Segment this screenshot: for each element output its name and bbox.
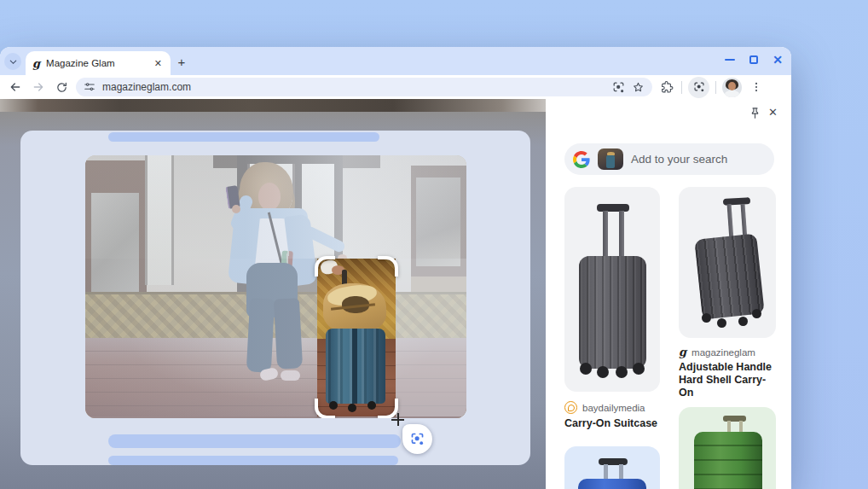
result-title-link[interactable]: Adjustable Handle Hard Shell Carry-On (679, 361, 776, 399)
lens-search-bar[interactable]: Add to your search (564, 143, 774, 175)
result-source-label: baydailymedia (582, 403, 645, 413)
chevron-down-icon (9, 57, 18, 67)
tab-favicon-icon: g (32, 58, 40, 69)
result-source-label: magazineglam (692, 347, 755, 358)
toolbar-divider (715, 81, 716, 94)
close-window-button[interactable]: ✕ (773, 54, 783, 66)
page-header-dimmed (0, 99, 546, 112)
bookmark-star-icon[interactable] (632, 81, 645, 94)
placeholder-bar (108, 434, 401, 448)
lens-omnibox-icon[interactable] (612, 81, 625, 94)
lens-icon (410, 432, 425, 446)
close-panel-icon[interactable]: ✕ (768, 107, 778, 118)
selection-corner-handle[interactable] (315, 256, 335, 277)
crosshair-cursor (391, 413, 404, 426)
woman-face (258, 183, 281, 210)
result-image-dark-suitcase[interactable] (564, 187, 660, 392)
result-title-link[interactable]: Carry-On Suitcase (564, 417, 660, 430)
pin-panel-icon[interactable] (749, 107, 761, 119)
woman-shoe (281, 370, 300, 381)
selected-region-thumbnail (598, 148, 623, 170)
lens-session-button[interactable] (688, 77, 709, 98)
search-placeholder: Add to your search (631, 153, 727, 166)
reload-button[interactable] (53, 79, 70, 96)
article-photo[interactable] (85, 155, 466, 418)
result-source[interactable]: baydailymedia (564, 401, 645, 414)
baydailymedia-favicon-icon (564, 401, 577, 414)
lens-selection-region[interactable] (317, 259, 396, 416)
tab-title: Magazine Glam (46, 58, 147, 68)
forward-button[interactable] (30, 79, 47, 96)
result-source[interactable]: g magazineglam (679, 346, 755, 358)
toolbar-divider (681, 81, 682, 94)
google-logo (573, 151, 590, 168)
address-bar[interactable]: magazineglam.com (76, 78, 652, 96)
lens-overlay-button[interactable] (402, 424, 432, 454)
photo-window-left (145, 155, 174, 285)
result-image-dark-angled-suitcase[interactable] (679, 187, 776, 338)
extensions-icon[interactable] (658, 79, 675, 96)
avatar-shirt (725, 90, 739, 97)
placeholder-bar (108, 132, 379, 142)
avatar-face (728, 82, 736, 90)
back-button[interactable] (7, 79, 24, 96)
maximize-button[interactable] (749, 55, 758, 64)
tab-close-icon[interactable]: ✕ (153, 57, 164, 70)
browser-toolbar: magazineglam.com (0, 75, 791, 99)
tab-magazine-glam[interactable]: g Magazine Glam ✕ (26, 51, 171, 75)
lens-side-panel: ✕ Add to your search (546, 99, 791, 489)
url-text: magazineglam.com (102, 81, 605, 93)
desktop: g Magazine Glam ✕ + ✕ (0, 0, 868, 489)
webpage-viewport (0, 99, 546, 489)
selection-corner-handle[interactable] (315, 399, 335, 418)
woman-leg-left (246, 298, 275, 372)
site-info-icon[interactable] (84, 81, 95, 93)
tab-strip: g Magazine Glam ✕ + ✕ (0, 47, 791, 75)
window-controls: ✕ (725, 54, 783, 66)
browser-window: g Magazine Glam ✕ + ✕ (0, 47, 791, 489)
woman-hand (232, 205, 240, 213)
result-image-green-suitcase[interactable] (679, 407, 776, 489)
selection-corner-handle[interactable] (378, 256, 398, 277)
article-card (20, 131, 530, 465)
placeholder-bar (108, 456, 398, 465)
new-tab-button[interactable]: + (174, 54, 189, 69)
woman-leg-right (274, 298, 303, 369)
browser-menu-button[interactable] (748, 79, 765, 96)
minimize-button[interactable] (725, 59, 735, 61)
result-image-blue-suitcase[interactable] (564, 446, 660, 489)
profile-avatar[interactable] (722, 78, 742, 97)
magazineglam-favicon-icon: g (679, 346, 686, 358)
tab-search-button[interactable] (4, 53, 21, 70)
